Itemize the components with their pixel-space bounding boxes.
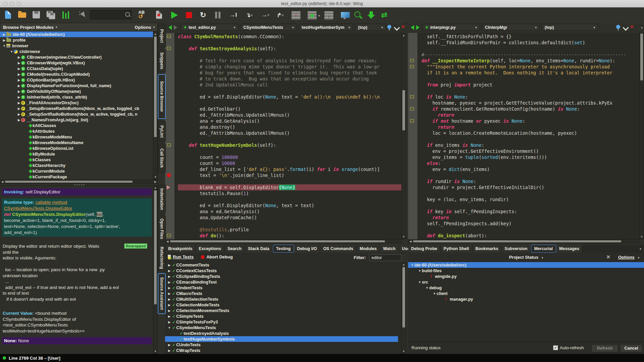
fold-marker-icon[interactable] [167,234,171,237]
tab-debug-i-o[interactable]: Debug I/O [294,245,320,253]
code-line[interactable] [422,202,638,208]
center-editor[interactable]: class CSymbolMenuTests(common.CCommon): … [165,33,401,239]
code-line[interactable] [178,136,401,142]
symbol-menu-2[interactable]: testHugeNumberSym▾ [299,24,353,31]
status-tree-row[interactable]: !manager.py [408,296,644,302]
status-tree-row[interactable]: ▼ide-60 (/Users/sdeibel/src) [408,262,644,268]
code-line[interactable] [178,88,401,94]
code-line[interactable] [178,52,401,58]
code-line[interactable]: ana.UpdateFromCache() [178,215,401,221]
code-line[interactable]: if key in self._fPendingInspects: [422,208,638,215]
symbol-menu-0[interactable]: ★interpmgr.py▾ [422,24,480,31]
code-line[interactable]: else: [422,160,638,166]
test-tree-row[interactable]: ▶✓CSelectionModeTests [165,302,398,308]
test-tree-row[interactable]: ▶✓CWrapTests [165,348,398,353]
code-line[interactable]: rundir = project.GetEffectiveInitialDir(… [422,184,638,190]
fold-marker-icon[interactable] [410,59,414,62]
nav-forward-icon[interactable] [416,25,419,30]
pin-editor-icon[interactable] [387,25,391,29]
module-tree-row[interactable]: ▶ide-60 (/Users/sdeibel/src) [0,32,153,37]
test-filter-input[interactable]: editor [369,254,401,261]
tab-debug-probe[interactable]: Debug Probe [408,245,441,253]
step-return-icon[interactable]: ↱▫ [275,10,285,20]
code-line[interactable]: return [422,124,638,130]
step-out-icon[interactable]: →▫ [260,10,270,20]
code-line[interactable]: count = 10000 [178,160,401,166]
module-tree-row[interactable]: kAttributes [0,128,153,134]
code-line[interactable] [422,46,638,52]
code-line[interactable]: #---------------------------------------… [422,52,638,58]
tool-tab-open-files[interactable]: Open Files [158,216,166,242]
code-line[interactable]: return [422,215,638,221]
browse-mode-dropdown[interactable]: Browse Project Modules [3,25,54,30]
code-line[interactable]: def testDestroyedAnalysis(self): [178,46,401,52]
auto-refresh-checkbox[interactable]: ✓ [553,345,558,350]
code-line[interactable]: @testutils.profile [178,227,401,233]
code-line[interactable]: def __InspectRemoteInterp(self, loc=None… [422,58,638,64]
save-all-icon[interactable] [46,10,56,20]
code-line[interactable]: def do(): [178,233,401,239]
tool-tab-source-browser[interactable]: Source Browser [158,74,166,119]
assistant-vertical-scrollbar[interactable]: ▲▼ [153,185,158,354]
fold-marker-icon[interactable] [410,95,414,98]
code-line[interactable]: ana.destroy() [178,124,401,130]
code-line[interactable]: return [422,112,638,118]
save-icon[interactable] [32,10,42,20]
tab-exceptions[interactable]: Exceptions [196,245,225,253]
symbol-menu-1[interactable]: CSymbolMenuTests▾ [240,24,297,31]
module-tree-row[interactable]: ▼clsbrowse [0,49,153,54]
browse-options-button[interactable]: Options [135,25,151,30]
module-tree-row[interactable]: ▶CCModel(treeutils.CGraphModel) [0,71,153,77]
profile-bars-icon[interactable] [61,10,71,20]
pin-editor-icon[interactable] [616,25,620,29]
code-line[interactable]: env = dict(env_items) [422,166,638,172]
module-tree-row[interactable]: kBrowseModeMenu [0,134,153,140]
tab-scroll-controls[interactable]: ▾ [637,245,644,253]
code-line[interactable]: # 2nd UpdateAllMenus call [178,82,401,88]
tool-tab-pylint[interactable]: PyLint [158,121,166,142]
tab-mercurial[interactable]: Mercurial [531,245,556,253]
code-line[interactable]: # to track down. Bug was that an excepti… [178,76,401,82]
module-tree-row[interactable]: kByModule [0,151,153,157]
status-tree-row[interactable]: ▼debug [408,285,644,291]
code-line[interactable]: ed = self.DisplayEditor(None, text = tex… [178,202,401,208]
fold-marker-icon[interactable] [167,143,171,146]
code-line[interactable] [422,227,638,233]
module-tree-row[interactable]: ▶CCClassData(tuple) [0,66,153,71]
code-line[interactable]: if not hostname or pyexec is None: [422,118,638,124]
search-replace-icon[interactable]: AB↺ [138,10,148,20]
symbol-menu-3[interactable]: (top)▾ [355,24,386,31]
module-tree-row[interactable]: kClasses [0,157,153,163]
code-line[interactable]: text = '\n'.join(def_line_list) [178,172,401,178]
code-line[interactable]: ed._fAttribMenus.UpdateAllMenus() [178,112,401,118]
module-tree-row[interactable]: ▶FIsInherited(attrib, class_attrib) [0,94,153,100]
module-tree-row[interactable]: kCurrentPackage [0,174,153,180]
goto-line-icon[interactable] [366,10,377,20]
status-tree-row[interactable]: ▼build-files [408,268,644,274]
test-tree-row[interactable]: ▶✓CEmacsBindingTest [165,279,398,285]
frame-down-icon[interactable]: ↓ [324,10,334,20]
code-line[interactable] [178,100,401,106]
tab-messages[interactable]: Messages [556,245,583,253]
status-options-button[interactable]: Options ▾ [618,255,639,260]
module-tree-row[interactable]: ▶CCBrowserWidget(wgtk.VBox) [0,60,153,66]
tab-bookmarks[interactable]: Bookmarks [473,245,502,253]
tool-tab-project[interactable]: Project [158,24,166,47]
module-tree-row[interactable]: kClassHierarchy [0,163,153,168]
tool-tab-refactoring[interactable]: Refactoring [158,244,166,271]
module-tree-row[interactable]: ▼browser [0,43,153,49]
status-tree-row[interactable]: ▼src [408,279,644,285]
code-line[interactable] [178,221,401,227]
code-line[interactable]: self.__fValidRunDirsForPair = collection… [422,40,638,46]
code-line[interactable]: testutils.Pause(1) [178,190,401,196]
test-tree-row[interactable]: ✓testDestroyedAnalysis [165,330,398,336]
code-line[interactable] [422,136,638,142]
code-line[interactable]: # simply changing mime type doesn't trig… [178,64,401,70]
test-tree-row[interactable]: ▼✓CSymbolMenuTests [165,325,398,330]
run-tests-button[interactable]: Run Tests [173,254,194,259]
tab-watch[interactable]: Watch [380,245,399,253]
search-green-icon[interactable] [353,10,363,20]
tab-subversion[interactable]: Subversion [502,245,531,253]
code-line[interactable]: class CSymbolMenuTests(common.CCommon): [178,34,401,40]
toolbar-search-input[interactable] [90,10,132,19]
